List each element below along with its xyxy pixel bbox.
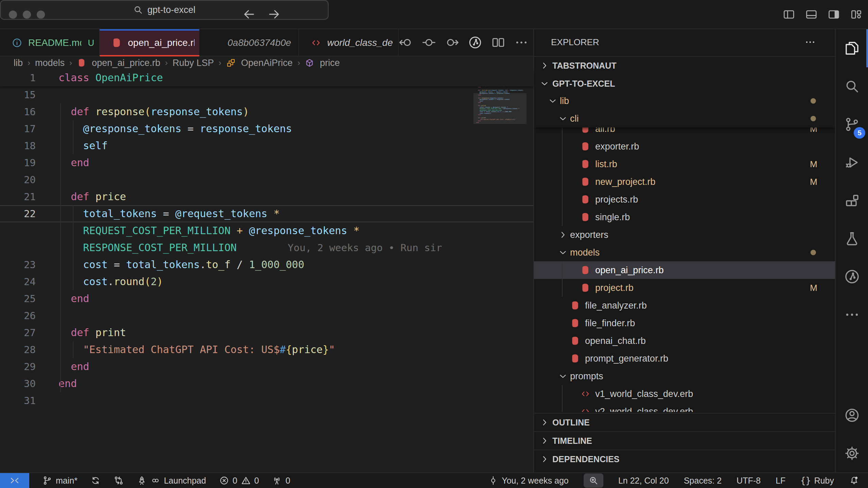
code-line[interactable]: 25 end	[0, 290, 533, 307]
code-line[interactable]: 19 end	[0, 154, 533, 171]
prev-change-icon[interactable]	[399, 35, 413, 50]
section-header-outline[interactable]: OUTLINE	[534, 413, 835, 431]
section-header-dependencies[interactable]: DEPENDENCIES	[534, 450, 835, 468]
activity-run-and-debug[interactable]	[836, 143, 868, 181]
code-line[interactable]: 23 cost = total_tokens.to_f / 1_000_000	[0, 256, 533, 273]
status-remote[interactable]	[0, 473, 29, 488]
file-open_ai_price.rb[interactable]: open_ai_price.rb	[534, 261, 835, 279]
code-line[interactable]: 17 @response_tokens = response_tokens	[0, 120, 533, 137]
file-new_project.rb[interactable]: new_project.rbM	[534, 173, 835, 191]
code-line[interactable]: 16 def response(response_tokens)	[0, 103, 533, 120]
code-line[interactable]: 24 cost.round(2)	[0, 273, 533, 290]
code-line[interactable]: 30end	[0, 375, 533, 392]
breadcrumb[interactable]: lib›models›open_ai_price.rb›Ruby LSP›Ope…	[0, 56, 533, 69]
file-v1_world_class_dev.erb[interactable]: v1_world_class_dev.erb	[534, 385, 835, 403]
folder-lib[interactable]: lib	[534, 92, 835, 110]
status-cursor-position[interactable]: Ln 22, Col 20	[618, 476, 669, 486]
customize-layout-icon[interactable]	[850, 8, 863, 21]
folder-prompts[interactable]: prompts	[534, 367, 835, 385]
status-notifications[interactable]	[849, 475, 859, 486]
code-line[interactable]: 26	[0, 307, 533, 324]
file-all.rb[interactable]: all.rbM	[534, 127, 835, 138]
activity-source-control[interactable]: 5	[836, 105, 868, 143]
status-git-blame[interactable]: You, 2 weeks ago	[488, 475, 568, 486]
status-encoding[interactable]: UTF-8	[737, 476, 761, 486]
code-line[interactable]: 28 "Estimated ChatGPT API Cost: US$#{pri…	[0, 341, 533, 358]
next-change-icon[interactable]	[445, 35, 459, 50]
status-problems[interactable]: 00	[219, 475, 259, 486]
code-line[interactable]: 18 self	[0, 137, 533, 154]
tab-world_class_de[interactable]: world_class_de	[299, 29, 399, 56]
breadcrumb-item[interactable]: lib	[14, 58, 23, 68]
status-git-compare[interactable]	[114, 475, 124, 486]
sticky-scroll-line[interactable]: 1class OpenAiPrice	[0, 69, 533, 86]
file-file_finder.rb[interactable]: file_finder.rb	[534, 314, 835, 332]
zoom-window-button[interactable]	[37, 11, 45, 19]
file-prompt_generator.rb[interactable]: prompt_generator.rb	[534, 350, 835, 367]
folder-models[interactable]: models	[534, 244, 835, 261]
status-eol[interactable]: LF	[775, 476, 785, 486]
file-list.rb[interactable]: list.rbM	[534, 155, 835, 173]
navigate-forward-icon[interactable]	[267, 7, 281, 21]
activity-testing[interactable]	[836, 220, 868, 258]
window-controls[interactable]	[9, 11, 45, 19]
activity-accounts[interactable]	[836, 396, 868, 434]
code-line[interactable]: 15	[0, 86, 533, 103]
code-line[interactable]: 27 def print	[0, 324, 533, 341]
folder-cli[interactable]: cli	[534, 110, 835, 127]
toggle-secondary-sidebar-icon[interactable]	[828, 8, 840, 21]
folder-exporters[interactable]: exporters	[534, 226, 835, 244]
breadcrumb-item[interactable]: open_ai_price.rb	[92, 58, 160, 68]
file-single.rb[interactable]: single.rb	[534, 208, 835, 226]
tab-README.md[interactable]: README.mdU	[0, 29, 100, 56]
code-editor[interactable]: 1516 def response(response_tokens)17 @re…	[0, 86, 533, 409]
close-window-button[interactable]	[9, 11, 17, 19]
activity-settings[interactable]	[836, 434, 868, 472]
section-header-timeline[interactable]: TIMELINE	[534, 431, 835, 450]
file-exporter.rb[interactable]: exporter.rb	[534, 138, 835, 155]
ellipsis-icon[interactable]	[514, 35, 529, 50]
file-project.rb[interactable]: project.rbM	[534, 279, 835, 297]
code-line[interactable]: 31	[0, 392, 533, 409]
toggle-primary-sidebar-icon[interactable]	[783, 8, 795, 21]
breadcrumb-item[interactable]: price	[320, 58, 340, 68]
file-openai_chat.rb[interactable]: openai_chat.rb	[534, 332, 835, 350]
code-line[interactable]: 29 end	[0, 358, 533, 375]
status-git-branch[interactable]: main*	[42, 475, 78, 486]
toggle-panel-icon[interactable]	[805, 8, 818, 21]
tab-0a8b06374b0e[interactable]: 0a8b06374b0e	[199, 29, 299, 56]
breadcrumb-separator: ›	[217, 58, 223, 68]
code-line[interactable]: RESPONSE_COST_PER_MILLIONYou, 2 weeks ag…	[0, 239, 533, 256]
status-indentation[interactable]: Spaces: 2	[684, 476, 721, 486]
activity-more-views[interactable]	[836, 296, 868, 334]
code-line[interactable]: 20	[0, 171, 533, 188]
activity-ruby-lsp[interactable]	[836, 258, 868, 296]
minimize-window-button[interactable]	[23, 11, 31, 19]
activity-search[interactable]	[836, 67, 868, 105]
status-ports[interactable]: 0	[272, 475, 290, 486]
split-icon[interactable]	[491, 35, 505, 50]
breadcrumb-item[interactable]: models	[35, 58, 65, 68]
navigate-back-icon[interactable]	[242, 7, 256, 21]
status-git-sync[interactable]	[90, 475, 101, 486]
section-header-gpt-to-excel[interactable]: GPT-TO-EXCEL	[534, 74, 835, 93]
section-header-tabstronaut[interactable]: TABSTRONAUT	[534, 56, 835, 74]
file-v2_world_class_dev.erb[interactable]: v2_world_class_dev.erb	[534, 403, 835, 412]
activity-extensions[interactable]	[836, 181, 868, 220]
code-line[interactable]: REQUEST_COST_PER_MILLION + @response_tok…	[0, 222, 533, 239]
tab-open_ai_price.rb[interactable]: open_ai_price.rb	[100, 29, 199, 56]
code-line[interactable]: 21 def price	[0, 188, 533, 205]
share-circle-icon[interactable]	[468, 35, 482, 50]
explorer-more-actions-icon[interactable]	[804, 36, 816, 48]
file-file_analyzer.rb[interactable]: file_analyzer.rb	[534, 297, 835, 314]
status-language-mode[interactable]: {}Ruby	[801, 475, 834, 486]
status-zoom[interactable]	[584, 473, 603, 488]
change-icon[interactable]	[422, 35, 436, 50]
file-projects.rb[interactable]: projects.rb	[534, 191, 835, 208]
breadcrumb-item[interactable]: Ruby LSP	[172, 58, 214, 68]
activity-explorer[interactable]	[836, 29, 868, 67]
code-line[interactable]: 22 total_tokens = @request_tokens *	[0, 205, 533, 222]
code-line[interactable]: 1class OpenAiPrice	[0, 69, 163, 86]
status-launchpad[interactable]: Launchpad	[137, 475, 206, 486]
breadcrumb-item[interactable]: OpenAiPrice	[241, 58, 293, 68]
